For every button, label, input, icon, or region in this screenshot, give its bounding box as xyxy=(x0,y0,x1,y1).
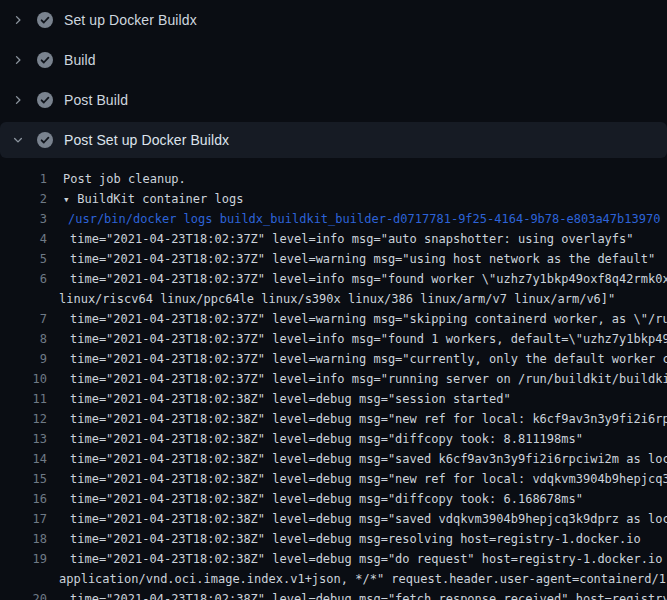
line-number[interactable]: 5 xyxy=(0,249,47,269)
log-text: time="2021-04-23T18:02:38Z" level=debug … xyxy=(70,449,667,469)
group-label: BuildKit container logs xyxy=(77,192,243,206)
log-line: 19time="2021-04-23T18:02:38Z" level=debu… xyxy=(0,549,667,569)
log-line: 15time="2021-04-23T18:02:38Z" level=debu… xyxy=(0,469,667,489)
check-circle-icon xyxy=(37,52,53,68)
line-number xyxy=(0,289,47,309)
log-line: 10time="2021-04-23T18:02:37Z" level=info… xyxy=(0,369,667,389)
line-number xyxy=(0,569,47,589)
chevron-down-icon[interactable] xyxy=(10,134,26,146)
log-text: time="2021-04-23T18:02:38Z" level=debug … xyxy=(70,429,583,449)
line-number[interactable]: 14 xyxy=(0,449,47,469)
log-line: application/vnd.oci.image.index.v1+json,… xyxy=(0,569,667,589)
log-text: application/vnd.oci.image.index.v1+json,… xyxy=(59,569,667,589)
step-label: Post Build xyxy=(64,92,128,108)
line-number[interactable]: 2 xyxy=(0,189,47,209)
log-line: 16time="2021-04-23T18:02:38Z" level=debu… xyxy=(0,489,667,509)
line-number[interactable]: 10 xyxy=(0,369,47,389)
chevron-right-icon[interactable] xyxy=(10,54,26,66)
log-text: time="2021-04-23T18:02:37Z" level=info m… xyxy=(70,369,667,389)
line-number[interactable]: 11 xyxy=(0,389,47,409)
log-text: time="2021-04-23T18:02:38Z" level=debug … xyxy=(70,489,583,509)
log-text: time="2021-04-23T18:02:37Z" level=info m… xyxy=(70,269,667,289)
log-text: time="2021-04-23T18:02:38Z" level=debug … xyxy=(70,509,667,529)
collapse-triangle-icon[interactable]: ▾ xyxy=(63,190,76,209)
line-number[interactable]: 9 xyxy=(0,349,47,369)
log-line: 4time="2021-04-23T18:02:37Z" level=info … xyxy=(0,229,667,249)
line-number[interactable]: 18 xyxy=(0,529,47,549)
step-label: Post Set up Docker Buildx xyxy=(64,132,229,148)
log-line: 18time="2021-04-23T18:02:38Z" level=debu… xyxy=(0,529,667,549)
log-text: Post job cleanup. xyxy=(63,169,186,189)
check-circle-icon xyxy=(37,92,53,108)
log-line: 1Post job cleanup. xyxy=(0,169,667,189)
chevron-right-icon[interactable] xyxy=(10,14,26,26)
step-set-up-docker-buildx[interactable]: Set up Docker Buildx xyxy=(0,0,667,40)
log-line: 14time="2021-04-23T18:02:38Z" level=debu… xyxy=(0,449,667,469)
log-line: 20time="2021-04-23T18:02:38Z" level=debu… xyxy=(0,589,667,600)
line-number[interactable]: 4 xyxy=(0,229,47,249)
log-group-header[interactable]: ▾ BuildKit container logs xyxy=(63,189,243,209)
log-text: time="2021-04-23T18:02:38Z" level=debug … xyxy=(70,409,667,429)
check-circle-icon xyxy=(37,132,53,148)
log-text: linux/riscv64 linux/ppc64le linux/s390x … xyxy=(59,289,615,309)
log-line: 17time="2021-04-23T18:02:38Z" level=debu… xyxy=(0,509,667,529)
line-number[interactable]: 8 xyxy=(0,329,47,349)
log-text: time="2021-04-23T18:02:37Z" level=info m… xyxy=(70,229,634,249)
line-number[interactable]: 12 xyxy=(0,409,47,429)
log-text: time="2021-04-23T18:02:38Z" level=debug … xyxy=(70,389,511,409)
log-line: 11time="2021-04-23T18:02:38Z" level=debu… xyxy=(0,389,667,409)
log-text: time="2021-04-23T18:02:37Z" level=warnin… xyxy=(70,249,655,269)
line-number[interactable]: 19 xyxy=(0,549,47,569)
step-list: Set up Docker Buildx Build Post Build xyxy=(0,0,667,158)
line-number[interactable]: 17 xyxy=(0,509,47,529)
log-text: time="2021-04-23T18:02:37Z" level=warnin… xyxy=(70,309,667,329)
log-line: 2▾ BuildKit container logs xyxy=(0,189,667,209)
step-build[interactable]: Build xyxy=(0,40,667,80)
log-line: 12time="2021-04-23T18:02:38Z" level=debu… xyxy=(0,409,667,429)
log-line: 9time="2021-04-23T18:02:37Z" level=warni… xyxy=(0,349,667,369)
line-number[interactable]: 16 xyxy=(0,489,47,509)
log-text: time="2021-04-23T18:02:38Z" level=debug … xyxy=(70,589,667,600)
log-line: linux/riscv64 linux/ppc64le linux/s390x … xyxy=(0,289,667,309)
log-line: 13time="2021-04-23T18:02:38Z" level=debu… xyxy=(0,429,667,449)
line-number[interactable]: 3 xyxy=(0,209,47,229)
step-label: Set up Docker Buildx xyxy=(64,12,197,28)
log-text: time="2021-04-23T18:02:37Z" level=warnin… xyxy=(70,349,667,369)
log-text: time="2021-04-23T18:02:37Z" level=info m… xyxy=(70,329,667,349)
log-line: 3/usr/bin/docker logs buildx_buildkit_bu… xyxy=(0,209,667,229)
log-text: time="2021-04-23T18:02:38Z" level=debug … xyxy=(70,469,667,489)
log-line: 7time="2021-04-23T18:02:37Z" level=warni… xyxy=(0,309,667,329)
log-line: 6time="2021-04-23T18:02:37Z" level=info … xyxy=(0,269,667,289)
step-post-build[interactable]: Post Build xyxy=(0,80,667,120)
line-number[interactable]: 1 xyxy=(0,169,47,189)
line-number[interactable]: 20 xyxy=(0,589,47,600)
line-number[interactable]: 13 xyxy=(0,429,47,449)
check-circle-icon xyxy=(37,12,53,28)
log-output-area: 1Post job cleanup.2▾ BuildKit container … xyxy=(0,160,667,600)
line-number[interactable]: 6 xyxy=(0,269,47,289)
log-text: time="2021-04-23T18:02:38Z" level=debug … xyxy=(70,549,667,569)
command-text: /usr/bin/docker logs buildx_buildkit_bui… xyxy=(68,209,660,229)
log-text: time="2021-04-23T18:02:38Z" level=debug … xyxy=(70,529,641,549)
line-number[interactable]: 15 xyxy=(0,469,47,489)
log-line: 8time="2021-04-23T18:02:37Z" level=info … xyxy=(0,329,667,349)
step-label: Build xyxy=(64,52,96,68)
line-number[interactable]: 7 xyxy=(0,309,47,329)
chevron-right-icon[interactable] xyxy=(10,94,26,106)
log-line: 5time="2021-04-23T18:02:37Z" level=warni… xyxy=(0,249,667,269)
actions-log-viewer: Set up Docker Buildx Build Post Build xyxy=(0,0,667,600)
step-post-set-up-docker-buildx[interactable]: Post Set up Docker Buildx xyxy=(0,122,667,158)
